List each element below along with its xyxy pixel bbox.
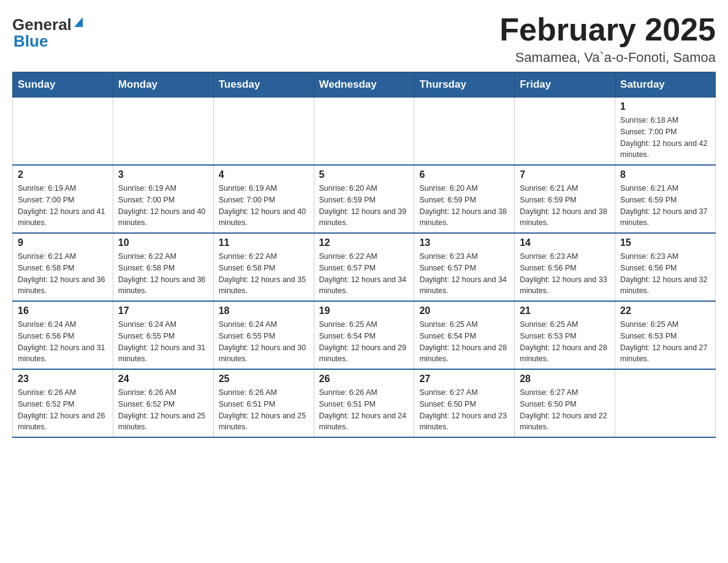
week-row-1: 1Sunrise: 6:18 AMSunset: 7:00 PMDaylight… <box>13 98 716 166</box>
day-info: Sunrise: 6:23 AMSunset: 6:56 PMDaylight:… <box>520 251 610 297</box>
calendar-cell: 5Sunrise: 6:20 AMSunset: 6:59 PMDaylight… <box>314 165 414 233</box>
day-info: Sunrise: 6:22 AMSunset: 6:58 PMDaylight:… <box>219 251 309 297</box>
day-info: Sunrise: 6:25 AMSunset: 6:54 PMDaylight:… <box>419 319 509 365</box>
calendar-header: Sunday Monday Tuesday Wednesday Thursday… <box>13 72 716 98</box>
calendar-table: Sunday Monday Tuesday Wednesday Thursday… <box>12 72 716 438</box>
header-friday: Friday <box>515 72 615 98</box>
day-info: Sunrise: 6:27 AMSunset: 6:50 PMDaylight:… <box>520 387 610 433</box>
day-info: Sunrise: 6:26 AMSunset: 6:51 PMDaylight:… <box>319 387 409 433</box>
day-info: Sunrise: 6:19 AMSunset: 7:00 PMDaylight:… <box>18 183 108 229</box>
calendar-subtitle: Samamea, Va`a-o-Fonoti, Samoa <box>499 50 716 66</box>
day-number: 22 <box>620 305 710 316</box>
logo: General Blue <box>12 12 85 51</box>
day-info: Sunrise: 6:25 AMSunset: 6:54 PMDaylight:… <box>319 319 409 365</box>
calendar-cell: 27Sunrise: 6:27 AMSunset: 6:50 PMDayligh… <box>414 369 515 437</box>
calendar-cell: 10Sunrise: 6:22 AMSunset: 6:58 PMDayligh… <box>113 233 213 301</box>
day-info: Sunrise: 6:22 AMSunset: 6:58 PMDaylight:… <box>118 251 208 297</box>
calendar-cell: 8Sunrise: 6:21 AMSunset: 6:59 PMDaylight… <box>615 165 716 233</box>
day-number: 14 <box>520 237 610 248</box>
calendar-cell: 21Sunrise: 6:25 AMSunset: 6:53 PMDayligh… <box>515 301 615 369</box>
calendar-cell: 11Sunrise: 6:22 AMSunset: 6:58 PMDayligh… <box>213 233 314 301</box>
calendar-cell: 12Sunrise: 6:22 AMSunset: 6:57 PMDayligh… <box>314 233 414 301</box>
calendar-cell: 24Sunrise: 6:26 AMSunset: 6:52 PMDayligh… <box>113 369 213 437</box>
day-info: Sunrise: 6:21 AMSunset: 6:58 PMDaylight:… <box>18 251 108 297</box>
calendar-cell: 22Sunrise: 6:25 AMSunset: 6:53 PMDayligh… <box>615 301 716 369</box>
day-info: Sunrise: 6:19 AMSunset: 7:00 PMDaylight:… <box>118 183 208 229</box>
page-header: General Blue February 2025 Samamea, Va`a… <box>12 12 716 66</box>
day-number: 10 <box>118 237 208 248</box>
calendar-body: 1Sunrise: 6:18 AMSunset: 7:00 PMDaylight… <box>13 98 716 438</box>
logo-blue-text: Blue <box>13 32 48 51</box>
header-sunday: Sunday <box>13 72 113 98</box>
header-tuesday: Tuesday <box>213 72 314 98</box>
day-number: 12 <box>319 237 409 248</box>
day-number: 11 <box>219 237 309 248</box>
calendar-cell: 17Sunrise: 6:24 AMSunset: 6:55 PMDayligh… <box>113 301 213 369</box>
calendar-cell <box>615 369 716 437</box>
day-info: Sunrise: 6:27 AMSunset: 6:50 PMDaylight:… <box>419 387 509 433</box>
day-number: 13 <box>419 237 509 248</box>
day-number: 9 <box>18 237 108 248</box>
day-number: 25 <box>219 373 309 385</box>
day-number: 28 <box>520 373 610 385</box>
day-info: Sunrise: 6:21 AMSunset: 6:59 PMDaylight:… <box>620 183 710 229</box>
calendar-cell: 20Sunrise: 6:25 AMSunset: 6:54 PMDayligh… <box>414 301 515 369</box>
day-number: 27 <box>419 373 509 385</box>
day-number: 2 <box>18 169 108 180</box>
day-number: 17 <box>118 305 208 316</box>
calendar-cell <box>213 98 314 166</box>
day-number: 16 <box>18 305 108 316</box>
calendar-cell <box>13 98 113 166</box>
day-info: Sunrise: 6:20 AMSunset: 6:59 PMDaylight:… <box>419 183 509 229</box>
day-info: Sunrise: 6:26 AMSunset: 6:52 PMDaylight:… <box>118 387 208 433</box>
day-info: Sunrise: 6:20 AMSunset: 6:59 PMDaylight:… <box>319 183 409 229</box>
day-number: 1 <box>620 101 710 112</box>
calendar-title: February 2025 <box>499 12 716 47</box>
calendar-cell <box>414 98 515 166</box>
title-section: February 2025 Samamea, Va`a-o-Fonoti, Sa… <box>499 12 716 66</box>
day-info: Sunrise: 6:24 AMSunset: 6:55 PMDaylight:… <box>219 319 309 365</box>
day-number: 7 <box>520 169 610 180</box>
day-info: Sunrise: 6:25 AMSunset: 6:53 PMDaylight:… <box>620 319 710 365</box>
day-info: Sunrise: 6:21 AMSunset: 6:59 PMDaylight:… <box>520 183 610 229</box>
day-info: Sunrise: 6:24 AMSunset: 6:55 PMDaylight:… <box>118 319 208 365</box>
day-number: 24 <box>118 373 208 385</box>
day-info: Sunrise: 6:23 AMSunset: 6:57 PMDaylight:… <box>419 251 509 297</box>
calendar-cell: 19Sunrise: 6:25 AMSunset: 6:54 PMDayligh… <box>314 301 414 369</box>
calendar-cell <box>314 98 414 166</box>
calendar-cell: 14Sunrise: 6:23 AMSunset: 6:56 PMDayligh… <box>515 233 615 301</box>
calendar-cell: 4Sunrise: 6:19 AMSunset: 7:00 PMDaylight… <box>213 165 314 233</box>
header-monday: Monday <box>113 72 213 98</box>
day-number: 4 <box>219 169 309 180</box>
calendar-cell: 25Sunrise: 6:26 AMSunset: 6:51 PMDayligh… <box>213 369 314 437</box>
header-saturday: Saturday <box>615 72 716 98</box>
header-thursday: Thursday <box>414 72 515 98</box>
day-number: 18 <box>219 305 309 316</box>
week-row-4: 16Sunrise: 6:24 AMSunset: 6:56 PMDayligh… <box>13 301 716 369</box>
calendar-cell: 13Sunrise: 6:23 AMSunset: 6:57 PMDayligh… <box>414 233 515 301</box>
day-info: Sunrise: 6:26 AMSunset: 6:51 PMDaylight:… <box>219 387 309 433</box>
day-number: 19 <box>319 305 409 316</box>
calendar-cell: 15Sunrise: 6:23 AMSunset: 6:56 PMDayligh… <box>615 233 716 301</box>
calendar-cell: 26Sunrise: 6:26 AMSunset: 6:51 PMDayligh… <box>314 369 414 437</box>
day-number: 15 <box>620 237 710 248</box>
day-info: Sunrise: 6:19 AMSunset: 7:00 PMDaylight:… <box>219 183 309 229</box>
day-number: 3 <box>118 169 208 180</box>
header-wednesday: Wednesday <box>314 72 414 98</box>
calendar-cell: 28Sunrise: 6:27 AMSunset: 6:50 PMDayligh… <box>515 369 615 437</box>
day-number: 21 <box>520 305 610 316</box>
calendar-cell: 3Sunrise: 6:19 AMSunset: 7:00 PMDaylight… <box>113 165 213 233</box>
week-row-5: 23Sunrise: 6:26 AMSunset: 6:52 PMDayligh… <box>13 369 716 437</box>
day-info: Sunrise: 6:22 AMSunset: 6:57 PMDaylight:… <box>319 251 409 297</box>
day-number: 20 <box>419 305 509 316</box>
day-info: Sunrise: 6:26 AMSunset: 6:52 PMDaylight:… <box>18 387 108 433</box>
header-row: Sunday Monday Tuesday Wednesday Thursday… <box>13 72 716 98</box>
day-info: Sunrise: 6:18 AMSunset: 7:00 PMDaylight:… <box>620 115 710 161</box>
day-number: 23 <box>18 373 108 385</box>
calendar-cell <box>515 98 615 166</box>
day-number: 5 <box>319 169 409 180</box>
calendar-cell: 1Sunrise: 6:18 AMSunset: 7:00 PMDaylight… <box>615 98 716 166</box>
day-info: Sunrise: 6:24 AMSunset: 6:56 PMDaylight:… <box>18 319 108 365</box>
week-row-2: 2Sunrise: 6:19 AMSunset: 7:00 PMDaylight… <box>13 165 716 233</box>
day-number: 26 <box>319 373 409 385</box>
